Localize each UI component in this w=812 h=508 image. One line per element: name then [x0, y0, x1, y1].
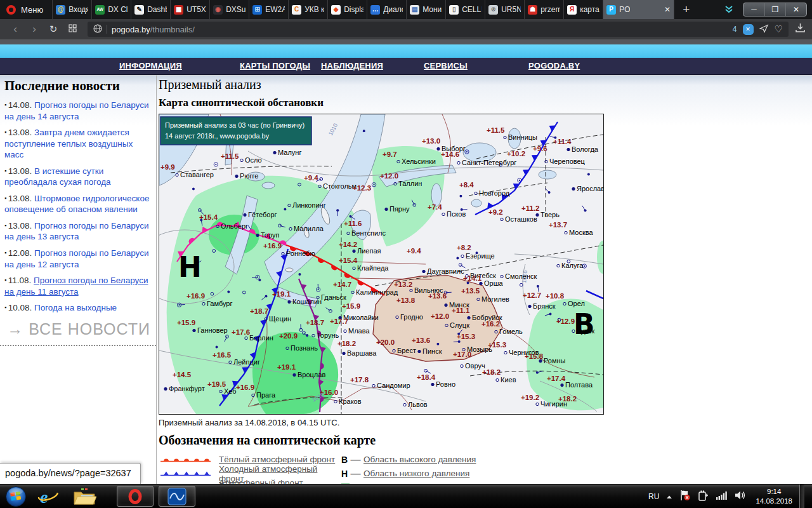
temperature-label: +13.8	[396, 297, 416, 304]
news-link[interactable]: Погода на выходные	[34, 303, 117, 312]
browser-tab[interactable]: ◉DXSun	[210, 0, 249, 19]
tab-menu-icon[interactable]	[724, 5, 734, 14]
city-label: Прага	[256, 391, 276, 399]
city-dot	[193, 329, 195, 331]
minimize-button[interactable]: ─	[743, 3, 764, 16]
high-pressure-symbol: В	[573, 308, 595, 340]
legend-pressure: В — Область высокого давленияН — Область…	[341, 454, 476, 484]
legend-link[interactable]: Область низкого давления	[363, 469, 469, 478]
temperature-label: +11.5	[487, 126, 505, 134]
browser-tab[interactable]: ◆Displa	[328, 0, 367, 19]
city-dot	[385, 208, 388, 210]
legend-fronts: Тёплый атмосферный фронтХолодный атмосфе…	[159, 454, 341, 484]
browser-tab[interactable]: ⌾UR5NI	[485, 0, 525, 19]
adblock-shield-icon[interactable]: ✕	[743, 24, 754, 35]
city-label: Малунг	[278, 149, 301, 156]
close-button[interactable]: ✕	[785, 3, 806, 16]
start-button[interactable]	[5, 486, 27, 507]
nav-link[interactable]: КАРТЫ ПОГОДЫ	[240, 61, 310, 70]
tab-close-icon[interactable]: ✕	[664, 5, 671, 14]
forward-button[interactable]: ›	[25, 23, 43, 36]
browser-tab[interactable]: Якарта	[564, 0, 603, 19]
browser-tab[interactable]: CУКВ ка	[289, 0, 328, 19]
city-label: Вентспилс	[351, 229, 386, 237]
temperature-label: +9.4	[407, 247, 421, 255]
browser-tab[interactable]: ✎Dashb	[131, 0, 171, 19]
browser-tab[interactable]: ⊞EW2A	[249, 0, 289, 19]
page-viewport: ИНФОРМАЦИЯКАРТЫ ПОГОДЫНАБЛЮДЕНИЯСЕРВИСЫP…	[0, 39, 812, 484]
back-button[interactable]: ‹	[6, 23, 24, 36]
city-label: Лейпциг	[233, 358, 260, 366]
speed-dial-icon[interactable]	[63, 23, 81, 36]
site-header-band	[0, 44, 812, 58]
browser-tab[interactable]: ▦UT5XC	[171, 0, 210, 19]
browser-tab[interactable]: @Входя	[53, 0, 92, 19]
action-center-flag-icon[interactable]	[679, 490, 691, 504]
legend-link[interactable]: Атмосферный фронт окклюзии	[219, 478, 341, 485]
city-dot	[528, 305, 531, 307]
news-item: ▪ 13.08. В истекшие сутки преобладала су…	[4, 166, 152, 188]
browser-tab[interactable]: ☗przem	[525, 0, 564, 19]
file-explorer-icon[interactable]	[72, 487, 96, 506]
news-item: ▪ 13.08. Завтра днем ожидается поступлен…	[4, 127, 152, 161]
browser-tab-active[interactable]: PPO✕	[603, 0, 674, 19]
nav-link[interactable]: ИНФОРМАЦИЯ	[119, 61, 182, 70]
menu-label: Меню	[21, 5, 43, 15]
page-title: Приземный анализ	[159, 77, 812, 92]
restore-button[interactable]: ❐	[764, 3, 785, 16]
temperature-label: +9.2	[488, 208, 503, 216]
show-desktop-button[interactable]	[799, 485, 804, 508]
browser-tab[interactable]: AWDX Clu	[92, 0, 131, 19]
url-text: pogoda.by/thumbnails/	[112, 25, 195, 34]
news-date: 10.08.	[8, 303, 34, 312]
new-tab-button[interactable]: +	[674, 0, 698, 19]
city-label: Брянск	[533, 302, 556, 310]
nav-link[interactable]: СЕРВИСЫ	[424, 61, 468, 70]
city-label: Вроцлав	[298, 371, 325, 378]
tab-title: карта	[580, 5, 599, 14]
tab-title: CELLF	[462, 5, 481, 14]
nav-link[interactable]: POGODA.BY	[528, 61, 580, 70]
taskbar-clock[interactable]: 9:14 14.08.2018	[756, 487, 792, 506]
temperature-label: +11.4	[553, 138, 572, 145]
city-label: Череповец	[549, 157, 586, 165]
city-label: Клайпеда	[357, 264, 389, 272]
city-label: Миколайки	[343, 314, 379, 321]
opera-taskbar-button[interactable]	[117, 486, 154, 507]
browser-tab-bar: Меню @ВходяAWDX Clu✎Dashb▦UT5XC◉DXSun⊞EW…	[0, 0, 812, 19]
bookmark-heart-icon[interactable]: ♡	[775, 23, 783, 35]
internet-explorer-icon[interactable]: e	[37, 487, 60, 506]
temperature-label: +18.2	[558, 395, 577, 403]
city-label: Франкфурт	[169, 385, 205, 392]
all-news-link[interactable]: → ВСЕ НОВОСТИ	[4, 320, 150, 338]
temperature-label: +13.7	[549, 221, 567, 229]
opera-logo-icon	[6, 5, 16, 15]
share-icon[interactable]	[759, 24, 769, 35]
nav-link[interactable]: НАБЛЮДЕНИЯ	[321, 61, 383, 70]
reload-button[interactable]: ↻	[44, 23, 62, 35]
browser-tab[interactable]: …Диало	[367, 0, 407, 19]
url-field[interactable]: pogoda.by/thumbnails/ 4 ✕ ♡	[88, 22, 789, 37]
volume-icon[interactable]	[735, 490, 746, 503]
browser-tab[interactable]: ▤Мони	[407, 0, 446, 19]
city-label: Гомель	[499, 328, 523, 335]
download-icon[interactable]	[795, 23, 806, 36]
opera-menu-button[interactable]: Меню	[0, 0, 53, 19]
legend-link[interactable]: Область высокого давления	[363, 455, 476, 464]
language-indicator[interactable]: RU	[648, 492, 659, 501]
removable-device-icon[interactable]	[698, 490, 709, 504]
temperature-label: +9.4	[304, 174, 318, 182]
hidden-icons-arrow[interactable]	[666, 491, 672, 502]
blue-wave-app-button[interactable]	[159, 486, 195, 507]
temperature-label: +11.1	[452, 307, 470, 314]
city-dot	[353, 250, 355, 252]
divider	[107, 25, 107, 34]
tab-favicon: C	[292, 5, 301, 15]
legend-pressure-row: В — Область высокого давления	[341, 454, 476, 465]
legend-link[interactable]: Тёплый атмосферный фронт	[219, 455, 335, 464]
temperature-label: +14.5	[173, 371, 192, 378]
map-title-box: Приземный анализ за 03 час (по Гринвичу)…	[160, 117, 311, 145]
network-signal-icon[interactable]	[716, 491, 728, 502]
temperature-label: +18.2	[337, 340, 356, 347]
browser-tab[interactable]: ▯CELLF	[446, 0, 485, 19]
